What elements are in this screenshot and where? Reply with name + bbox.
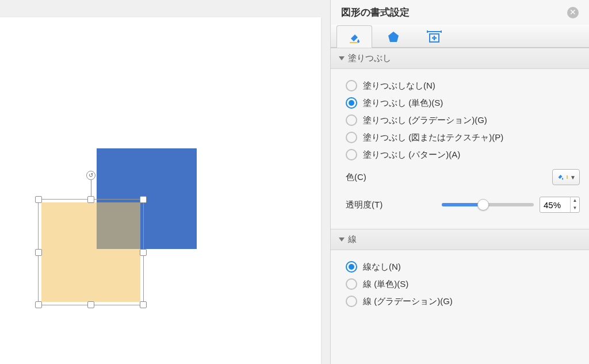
- radio-icon: [346, 278, 357, 290]
- size-arrows-icon: [426, 30, 443, 44]
- section-body-line: 線なし(N) 線 (単色)(S) 線 (グラデーション)(G): [331, 250, 589, 320]
- section-header-fill[interactable]: 塗りつぶし: [331, 48, 589, 69]
- line-option-label: 線 (単色)(S): [363, 279, 408, 290]
- line-option-none[interactable]: 線なし(N): [346, 258, 583, 275]
- color-swatch: [567, 175, 568, 179]
- shape-yellow-rect[interactable]: [41, 202, 140, 302]
- resize-handle-se[interactable]: [140, 301, 147, 308]
- opacity-input[interactable]: [540, 197, 570, 212]
- radio-icon: [346, 114, 357, 126]
- paint-bucket-icon: [556, 173, 564, 182]
- line-option-label: 線なし(N): [363, 262, 401, 273]
- canvas[interactable]: ↺: [0, 17, 321, 364]
- fill-option-label: 塗りつぶし (パターン)(A): [363, 150, 460, 160]
- tab-effects[interactable]: [376, 25, 411, 47]
- fill-option-label: 塗りつぶしなし(N): [363, 81, 435, 91]
- fill-option-label: 塗りつぶし (単色)(S): [363, 98, 443, 109]
- slider-thumb[interactable]: [477, 199, 489, 210]
- fill-option-solid[interactable]: 塗りつぶし (単色)(S): [346, 94, 583, 112]
- section-body-fill: 塗りつぶしなし(N) 塗りつぶし (単色)(S) 塗りつぶし (グラデーション)…: [331, 69, 589, 229]
- svg-marker-7: [435, 37, 437, 39]
- chevron-down-icon: [339, 237, 345, 242]
- radio-icon: [346, 132, 357, 143]
- radio-icon: [346, 261, 357, 273]
- opacity-slider[interactable]: [442, 203, 534, 206]
- fill-option-gradient[interactable]: 塗りつぶし (グラデーション)(G): [346, 112, 583, 129]
- paint-bucket-icon: [347, 30, 361, 44]
- resize-handle-s[interactable]: [87, 301, 94, 308]
- stepper-down[interactable]: ▼: [571, 205, 579, 212]
- line-option-gradient[interactable]: 線 (グラデーション)(G): [346, 293, 583, 310]
- section-title-fill: 塗りつぶし: [348, 53, 391, 64]
- svg-marker-8: [433, 36, 435, 37]
- fill-option-pattern[interactable]: 塗りつぶし (パターン)(A): [346, 146, 583, 163]
- radio-icon: [346, 149, 357, 160]
- rotation-handle[interactable]: ↺: [86, 171, 95, 180]
- fill-option-picture[interactable]: 塗りつぶし (図またはテクスチャ)(P): [346, 129, 583, 146]
- radio-icon: [346, 80, 357, 91]
- line-option-solid[interactable]: 線 (単色)(S): [346, 275, 583, 293]
- pentagon-icon: [387, 30, 400, 44]
- fill-option-label: 塗りつぶし (図またはテクスチャ)(P): [363, 132, 503, 143]
- panel-title: 図形の書式設定: [341, 6, 410, 19]
- chevron-down-icon: ▼: [570, 174, 576, 181]
- line-option-label: 線 (グラデーション)(G): [363, 296, 453, 307]
- fill-option-none[interactable]: 塗りつぶしなし(N): [346, 77, 583, 94]
- tab-fill-and-line[interactable]: [336, 25, 372, 48]
- opacity-label: 透明度(T): [346, 200, 383, 210]
- stepper-up[interactable]: ▲: [571, 197, 579, 205]
- svg-marker-1: [388, 32, 399, 42]
- fill-color-dropdown[interactable]: ▼: [552, 169, 580, 185]
- radio-icon: [346, 97, 357, 109]
- chevron-down-icon: [339, 56, 345, 60]
- svg-marker-9: [433, 39, 435, 40]
- svg-rect-0: [350, 42, 358, 43]
- close-panel-button[interactable]: ✕: [567, 7, 579, 18]
- svg-marker-6: [432, 37, 433, 39]
- opacity-spinbox[interactable]: ▲ ▼: [540, 197, 580, 213]
- fill-option-label: 塗りつぶし (グラデーション)(G): [363, 115, 487, 126]
- panel-tabstrip: [331, 25, 589, 48]
- rotation-stem: [91, 178, 91, 197]
- section-title-line: 線: [348, 234, 357, 245]
- resize-handle-e[interactable]: [140, 249, 147, 256]
- format-shape-panel: 図形の書式設定 ✕: [330, 0, 589, 364]
- fill-color-label: 色(C): [346, 172, 366, 183]
- radio-icon: [346, 296, 357, 307]
- resize-handle-sw[interactable]: [35, 301, 42, 308]
- section-header-line[interactable]: 線: [331, 229, 589, 250]
- tab-size-properties[interactable]: [415, 25, 454, 47]
